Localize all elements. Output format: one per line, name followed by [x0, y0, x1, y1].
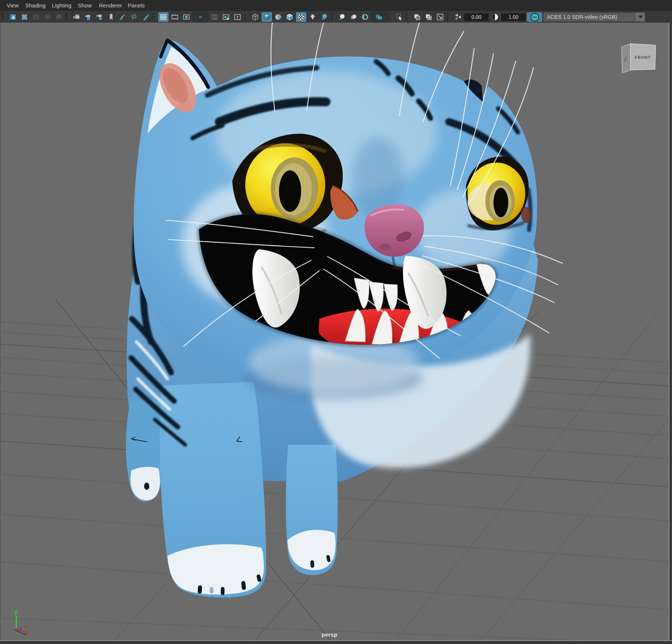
- panel-menubar: ViewShadingLightingShowRendererPanels: [0, 0, 672, 11]
- exposure-button[interactable]: [453, 12, 463, 22]
- hud-button[interactable]: [232, 12, 243, 22]
- viewcube-front-label[interactable]: FRONT: [635, 55, 651, 60]
- filmgate-rect-icon: [171, 13, 179, 21]
- cube-wire-icon: [251, 13, 259, 21]
- crescent-checker-icon: [361, 13, 369, 21]
- grease-pencil-button[interactable]: [117, 12, 128, 22]
- quill-icon: [119, 13, 127, 21]
- camera-lock-icon: [84, 13, 92, 21]
- on-indicator: ON: [530, 13, 539, 21]
- cube-shaded-icon: [263, 13, 271, 21]
- ambient-occlusion-button[interactable]: [337, 12, 347, 22]
- cursor-select-icon: [395, 13, 403, 21]
- pan-zoom-button[interactable]: [129, 12, 139, 22]
- smooth-shade-button[interactable]: [262, 12, 272, 22]
- bulb-icon: [309, 13, 317, 21]
- resolution-display-button[interactable]: [181, 12, 192, 22]
- pencil-icon: [142, 13, 150, 21]
- panel-toolbar: 0.001.00ONACES 1.0 SDR-video (sRGB): [0, 11, 672, 23]
- image-icon: [222, 13, 230, 21]
- toolbar-grip-4[interactable]: [244, 13, 248, 21]
- grid-icon: [159, 13, 167, 21]
- resolution-gate-button[interactable]: [19, 12, 30, 22]
- toolbar-grip-3[interactable]: [153, 13, 156, 21]
- snapshot-button[interactable]: [435, 12, 445, 22]
- safe-action-button[interactable]: [209, 12, 220, 22]
- gate-mask-display-button[interactable]: [193, 12, 208, 22]
- axis-z-label: z: [19, 625, 22, 631]
- motion-blur-button[interactable]: [348, 12, 359, 22]
- subscene-button[interactable]: [412, 12, 422, 22]
- menu-renderer[interactable]: Renderer: [99, 0, 122, 11]
- field-chart-button[interactable]: [42, 12, 53, 22]
- bookmarks-button[interactable]: [106, 12, 116, 22]
- view-transform-dropdown[interactable]: ACES 1.0 SDR-video (sRGB): [543, 13, 645, 21]
- box-arrow-icon: [436, 13, 444, 21]
- overlap-squares-alt-icon: [425, 13, 433, 21]
- axis-y-label: y: [14, 609, 17, 615]
- overlap-squares-icon: [413, 13, 421, 21]
- resolution-gate-icon: [20, 13, 29, 21]
- toolbar-grip-2[interactable]: [66, 13, 70, 21]
- cube-wire-shaded-icon: [286, 13, 294, 21]
- subscene-alt-button[interactable]: [423, 12, 434, 22]
- isolate-select-button[interactable]: [394, 12, 405, 22]
- shade-textured-button[interactable]: [273, 12, 283, 22]
- motion-blur-icon: [349, 13, 357, 21]
- viewport-3d[interactable]: FRONT LEFT y z x persp: [0, 23, 672, 644]
- lock-camera-button[interactable]: [83, 12, 93, 22]
- camera-settings-button[interactable]: [94, 12, 105, 22]
- gate-mask-button[interactable]: [54, 12, 64, 22]
- gate-mask-dim-icon: [55, 13, 63, 21]
- maya-viewport-panel: ViewShadingLightingShowRendererPanels 0.…: [0, 0, 672, 644]
- renderer-tool-button[interactable]: [8, 12, 18, 22]
- menu-view[interactable]: View: [7, 0, 19, 11]
- grid-display-button[interactable]: [158, 12, 169, 22]
- gamma-field[interactable]: 1.00: [501, 13, 526, 21]
- toolbar-grip-1[interactable]: [2, 13, 6, 21]
- render-region-button[interactable]: [360, 12, 370, 22]
- menu-panels[interactable]: Panels: [128, 0, 145, 11]
- toolbar-grip-8[interactable]: [447, 13, 451, 21]
- film-gate-button[interactable]: [31, 12, 41, 22]
- view-transform-toggle[interactable]: ON: [527, 12, 542, 22]
- menu-show[interactable]: Show: [78, 0, 92, 11]
- cat-model-3d[interactable]: [126, 23, 562, 598]
- colorspace-value: ACES 1.0 SDR-video (sRGB): [543, 14, 636, 20]
- chevron-down-icon: [636, 13, 645, 21]
- wireframe-button[interactable]: [250, 12, 260, 22]
- text-t-icon: [233, 13, 242, 21]
- sphere-ao-icon: [338, 13, 346, 21]
- sphere-checker-icon: [297, 13, 305, 21]
- film-gate-display-button[interactable]: [170, 12, 180, 22]
- dashed-rect-icon: [210, 13, 219, 21]
- shadows-button[interactable]: [319, 12, 329, 22]
- exposure-field[interactable]: 0.00: [464, 13, 489, 21]
- camera-name-label: persp: [322, 631, 337, 638]
- book-a-icon: [9, 13, 17, 21]
- annotate-button[interactable]: [140, 12, 151, 22]
- menu-lighting[interactable]: Lighting: [52, 0, 71, 11]
- viewcube-widget[interactable]: FRONT LEFT: [622, 44, 656, 73]
- textured-button[interactable]: [296, 12, 306, 22]
- gamma-button[interactable]: [490, 12, 500, 22]
- mask-squares-icon: [375, 13, 383, 21]
- toolbar-grip-5[interactable]: [331, 13, 335, 21]
- contrast-icon: [491, 13, 499, 21]
- film-gate-dim-icon: [32, 13, 40, 21]
- menu-shading[interactable]: Shading: [25, 0, 46, 11]
- image-plane-button[interactable]: [221, 12, 231, 22]
- axis-indicator: y z x: [14, 609, 29, 635]
- wireframe-on-shaded-button[interactable]: [285, 12, 295, 22]
- axis-x-label: x: [24, 623, 27, 629]
- camera-attributes-button[interactable]: [71, 12, 82, 22]
- camera-gear-icon: [96, 13, 104, 21]
- sphere-half-icon: [274, 13, 282, 21]
- camera-icon: [73, 13, 81, 21]
- circle-rect-icon: [182, 13, 190, 21]
- mask-display-button[interactable]: [371, 12, 387, 22]
- toolbar-grip-7[interactable]: [406, 13, 410, 21]
- aperture-icon: [454, 13, 462, 21]
- toolbar-grip-6[interactable]: [389, 13, 392, 21]
- use-lights-button[interactable]: [307, 12, 318, 22]
